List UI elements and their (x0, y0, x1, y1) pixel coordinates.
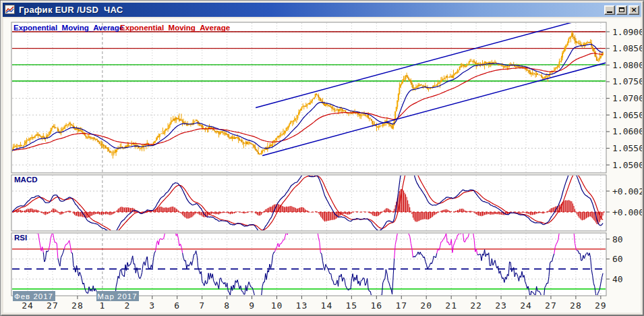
price-panel[interactable] (11, 22, 606, 173)
titlebar[interactable]: График EUR /USD ЧАС × (3, 3, 641, 17)
minimize-button[interactable] (604, 5, 615, 15)
rsi-panel[interactable] (11, 233, 606, 296)
rsi-axis-label: 40 (612, 274, 623, 284)
rsi-axis-label: 80 (612, 234, 623, 244)
window-title: График EUR /USD ЧАС (19, 5, 123, 15)
date-axis-label: 28 (570, 300, 582, 311)
macd-panel-label: MACD (14, 176, 38, 184)
price-axis-label: 1.0600 (612, 126, 642, 136)
date-axis-label: 10 (271, 300, 283, 311)
price-axis-label: 1.0850 (612, 43, 642, 53)
date-axis-label: 13 (296, 300, 308, 311)
date-axis-label: 15 (346, 300, 358, 311)
month-badge-mar-label: Мар 2017 (97, 292, 137, 300)
price-axis-label: 1.0800 (612, 60, 642, 70)
app-window: График EUR /USD ЧАС × 1.09001.08501.0800… (0, 0, 644, 316)
macd-axis-label: +0.002 (612, 186, 642, 196)
chart-client-area: 1.09001.08501.08001.07501.07001.06501.06… (3, 18, 641, 313)
price-axis-label: 1.0550 (612, 143, 642, 153)
close-button[interactable]: × (628, 5, 639, 15)
rsi-axis-label: 60 (612, 254, 623, 264)
price-axis-label: 1.0900 (612, 27, 642, 37)
month-badge-mar: Мар 2017 (96, 291, 139, 301)
date-axis-label: 22 (470, 300, 482, 311)
date-axis-label: 21 (445, 300, 457, 311)
macd-axis-label: +0.000 (612, 207, 642, 217)
date-axis-label: 24 (520, 300, 532, 311)
date-axis-label: 17 (395, 300, 407, 311)
date-axis-label: 23 (495, 300, 507, 311)
close-icon: × (631, 7, 637, 14)
rsi-panel-label: RSI (14, 234, 27, 242)
date-axis-label: 27 (545, 300, 557, 311)
date-axis-label: 28 (71, 300, 84, 311)
legend-ema-slow[interactable]: Exponential_Moving_Average (120, 24, 230, 32)
price-axis-label: 1.0650 (612, 110, 642, 120)
date-axis-label: 1 (99, 300, 105, 311)
date-axis-label: 29 (595, 300, 607, 311)
maximize-icon (619, 7, 624, 12)
chart-line-icon (5, 5, 16, 15)
date-axis-label: 7 (199, 300, 205, 311)
month-badge-feb: Фев 2017 (13, 291, 55, 301)
date-axis-label: 16 (370, 300, 382, 311)
minimize-icon (607, 11, 612, 13)
macd-panel[interactable] (11, 175, 606, 231)
date-axis-label: 20 (420, 300, 432, 311)
date-axis-label: 9 (249, 300, 255, 311)
date-axis-label: 27 (47, 300, 59, 311)
date-axis-label: 24 (22, 300, 34, 311)
price-axis-label: 1.0750 (612, 76, 642, 86)
date-axis-label: 3 (149, 300, 155, 311)
date-axis-label: 2 (124, 300, 130, 311)
price-axis-label: 1.0700 (612, 93, 642, 103)
price-axis-label: 1.0500 (612, 160, 642, 170)
date-axis-label: 6 (174, 300, 180, 311)
month-badge-feb-label: Фев 2017 (14, 292, 53, 300)
maximize-button[interactable] (616, 5, 627, 15)
date-axis-label: 8 (224, 300, 230, 311)
chart-canvas: 1.09001.08501.08001.07501.07001.06501.06… (3, 18, 642, 314)
date-axis-label: 14 (321, 300, 333, 311)
legend-ema-fast[interactable]: Exponential_Moving_Average (13, 24, 123, 32)
